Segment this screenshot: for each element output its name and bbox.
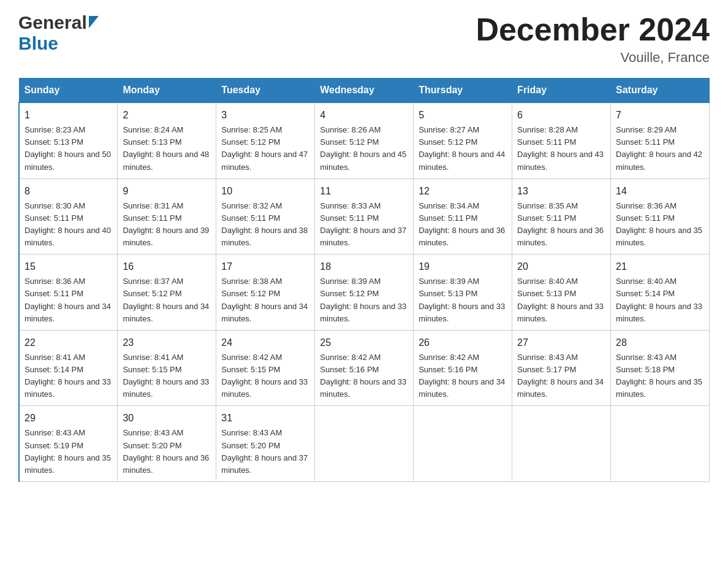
location: Vouille, France — [476, 50, 710, 66]
day-info: Sunrise: 8:39 AMSunset: 5:12 PMDaylight:… — [320, 277, 406, 323]
day-info: Sunrise: 8:23 AMSunset: 5:13 PMDaylight:… — [25, 125, 111, 171]
day-number: 24 — [221, 335, 309, 350]
day-info: Sunrise: 8:25 AMSunset: 5:12 PMDaylight:… — [221, 125, 308, 171]
day-info: Sunrise: 8:43 AMSunset: 5:19 PMDaylight:… — [25, 428, 111, 474]
day-cell: 22 Sunrise: 8:41 AMSunset: 5:14 PMDaylig… — [19, 330, 118, 406]
week-row-2: 8 Sunrise: 8:30 AMSunset: 5:11 PMDayligh… — [19, 178, 710, 255]
day-info: Sunrise: 8:43 AMSunset: 5:18 PMDaylight:… — [616, 353, 702, 399]
day-number: 2 — [123, 108, 211, 123]
day-cell: 17 Sunrise: 8:38 AMSunset: 5:12 PMDaylig… — [216, 255, 315, 331]
day-cell: 16 Sunrise: 8:37 AMSunset: 5:12 PMDaylig… — [118, 255, 216, 331]
day-info: Sunrise: 8:42 AMSunset: 5:16 PMDaylight:… — [419, 353, 505, 399]
day-number: 15 — [25, 259, 112, 274]
day-number: 31 — [221, 411, 309, 426]
day-info: Sunrise: 8:24 AMSunset: 5:13 PMDaylight:… — [123, 125, 209, 171]
day-info: Sunrise: 8:30 AMSunset: 5:11 PMDaylight:… — [25, 201, 111, 247]
day-cell: 12 Sunrise: 8:34 AMSunset: 5:11 PMDaylig… — [414, 178, 512, 255]
logo: General Blue — [18, 12, 99, 54]
day-cell: 6 Sunrise: 8:28 AMSunset: 5:11 PMDayligh… — [512, 102, 611, 178]
logo-triangle-icon — [89, 16, 99, 31]
day-number: 3 — [221, 108, 309, 123]
day-cell: 7 Sunrise: 8:29 AMSunset: 5:11 PMDayligh… — [611, 102, 710, 178]
day-cell: 15 Sunrise: 8:36 AMSunset: 5:11 PMDaylig… — [19, 255, 118, 331]
day-number: 29 — [25, 411, 112, 426]
day-cell: 24 Sunrise: 8:42 AMSunset: 5:15 PMDaylig… — [216, 330, 315, 406]
day-info: Sunrise: 8:27 AMSunset: 5:12 PMDaylight:… — [419, 125, 505, 171]
day-info: Sunrise: 8:43 AMSunset: 5:20 PMDaylight:… — [123, 428, 209, 474]
day-header-wednesday: Wednesday — [315, 79, 414, 103]
day-cell — [512, 406, 611, 482]
day-cell: 27 Sunrise: 8:43 AMSunset: 5:17 PMDaylig… — [512, 330, 611, 406]
page-header: General Blue December 2024 Vouille, Fran… — [18, 12, 710, 66]
day-number: 22 — [25, 335, 112, 350]
day-header-monday: Monday — [118, 79, 216, 103]
day-info: Sunrise: 8:37 AMSunset: 5:12 PMDaylight:… — [123, 277, 209, 323]
week-row-4: 22 Sunrise: 8:41 AMSunset: 5:14 PMDaylig… — [19, 330, 710, 406]
logo-general-text: General — [18, 12, 87, 33]
day-info: Sunrise: 8:35 AMSunset: 5:11 PMDaylight:… — [517, 201, 604, 247]
day-cell: 9 Sunrise: 8:31 AMSunset: 5:11 PMDayligh… — [118, 178, 216, 255]
day-cell: 11 Sunrise: 8:33 AMSunset: 5:11 PMDaylig… — [315, 178, 414, 255]
day-cell: 5 Sunrise: 8:27 AMSunset: 5:12 PMDayligh… — [414, 102, 512, 178]
title-section: December 2024 Vouille, France — [476, 12, 710, 66]
day-number: 1 — [25, 108, 112, 123]
day-info: Sunrise: 8:40 AMSunset: 5:13 PMDaylight:… — [517, 277, 604, 323]
day-cell: 4 Sunrise: 8:26 AMSunset: 5:12 PMDayligh… — [315, 102, 414, 178]
day-info: Sunrise: 8:29 AMSunset: 5:11 PMDaylight:… — [616, 125, 702, 171]
day-info: Sunrise: 8:43 AMSunset: 5:17 PMDaylight:… — [517, 353, 604, 399]
day-info: Sunrise: 8:38 AMSunset: 5:12 PMDaylight:… — [221, 277, 308, 323]
day-cell: 29 Sunrise: 8:43 AMSunset: 5:19 PMDaylig… — [19, 406, 118, 482]
day-number: 18 — [320, 259, 408, 274]
day-cell — [611, 406, 710, 482]
day-number: 9 — [123, 184, 211, 199]
day-info: Sunrise: 8:31 AMSunset: 5:11 PMDaylight:… — [123, 201, 209, 247]
day-info: Sunrise: 8:36 AMSunset: 5:11 PMDaylight:… — [25, 277, 111, 323]
header-row: SundayMondayTuesdayWednesdayThursdayFrid… — [19, 79, 710, 103]
day-info: Sunrise: 8:34 AMSunset: 5:11 PMDaylight:… — [419, 201, 505, 247]
day-cell: 30 Sunrise: 8:43 AMSunset: 5:20 PMDaylig… — [118, 406, 216, 482]
day-info: Sunrise: 8:41 AMSunset: 5:14 PMDaylight:… — [25, 353, 111, 399]
day-number: 30 — [123, 411, 211, 426]
day-header-friday: Friday — [512, 79, 611, 103]
day-number: 8 — [25, 184, 112, 199]
day-cell: 3 Sunrise: 8:25 AMSunset: 5:12 PMDayligh… — [216, 102, 315, 178]
day-number: 14 — [616, 184, 704, 199]
day-info: Sunrise: 8:43 AMSunset: 5:20 PMDaylight:… — [221, 428, 308, 474]
day-cell: 18 Sunrise: 8:39 AMSunset: 5:12 PMDaylig… — [315, 255, 414, 331]
day-info: Sunrise: 8:40 AMSunset: 5:14 PMDaylight:… — [616, 277, 702, 323]
day-number: 4 — [320, 108, 408, 123]
day-header-saturday: Saturday — [611, 79, 710, 103]
day-number: 21 — [616, 259, 704, 274]
day-info: Sunrise: 8:33 AMSunset: 5:11 PMDaylight:… — [320, 201, 406, 247]
day-cell: 8 Sunrise: 8:30 AMSunset: 5:11 PMDayligh… — [19, 178, 118, 255]
day-cell — [315, 406, 414, 482]
day-info: Sunrise: 8:41 AMSunset: 5:15 PMDaylight:… — [123, 353, 209, 399]
day-cell: 20 Sunrise: 8:40 AMSunset: 5:13 PMDaylig… — [512, 255, 611, 331]
day-cell — [414, 406, 512, 482]
day-number: 20 — [517, 259, 605, 274]
day-number: 26 — [419, 335, 507, 350]
day-cell: 10 Sunrise: 8:32 AMSunset: 5:11 PMDaylig… — [216, 178, 315, 255]
logo-blue-text: Blue — [18, 33, 58, 53]
day-info: Sunrise: 8:39 AMSunset: 5:13 PMDaylight:… — [419, 277, 505, 323]
day-number: 5 — [419, 108, 507, 123]
week-row-5: 29 Sunrise: 8:43 AMSunset: 5:19 PMDaylig… — [19, 406, 710, 482]
day-number: 28 — [616, 335, 704, 350]
day-number: 23 — [123, 335, 211, 350]
day-info: Sunrise: 8:28 AMSunset: 5:11 PMDaylight:… — [517, 125, 604, 171]
day-number: 16 — [123, 259, 211, 274]
day-number: 6 — [517, 108, 605, 123]
day-number: 13 — [517, 184, 605, 199]
day-cell: 23 Sunrise: 8:41 AMSunset: 5:15 PMDaylig… — [118, 330, 216, 406]
day-cell: 26 Sunrise: 8:42 AMSunset: 5:16 PMDaylig… — [414, 330, 512, 406]
day-header-tuesday: Tuesday — [216, 79, 315, 103]
day-header-sunday: Sunday — [19, 79, 118, 103]
day-number: 7 — [616, 108, 704, 123]
day-number: 10 — [221, 184, 309, 199]
day-number: 25 — [320, 335, 408, 350]
day-cell: 1 Sunrise: 8:23 AMSunset: 5:13 PMDayligh… — [19, 102, 118, 178]
day-cell: 25 Sunrise: 8:42 AMSunset: 5:16 PMDaylig… — [315, 330, 414, 406]
week-row-1: 1 Sunrise: 8:23 AMSunset: 5:13 PMDayligh… — [19, 102, 710, 178]
month-title: December 2024 — [476, 12, 710, 47]
day-cell: 28 Sunrise: 8:43 AMSunset: 5:18 PMDaylig… — [611, 330, 710, 406]
